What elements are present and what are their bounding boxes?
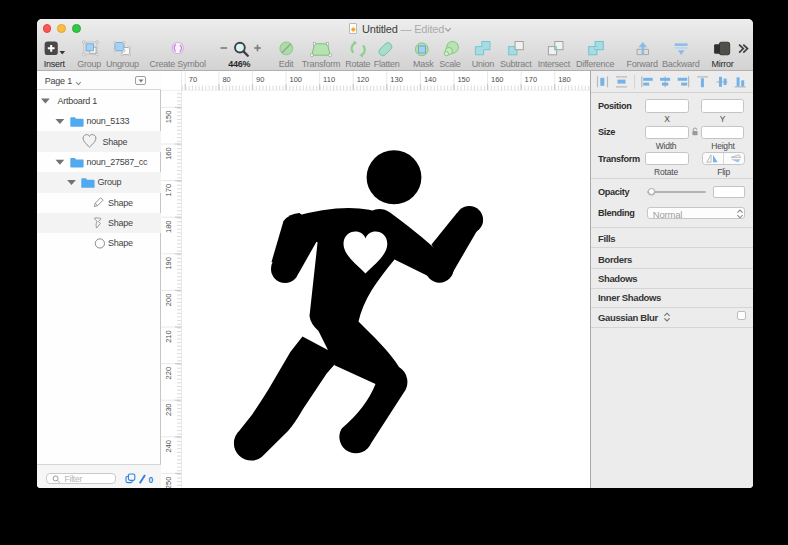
svg-text:160: 160	[491, 74, 504, 83]
svg-text:250: 250	[163, 477, 172, 489]
svg-text:200: 200	[163, 294, 172, 307]
svg-text:0: 0	[148, 474, 153, 484]
svg-text:130: 130	[390, 74, 403, 83]
svg-text:180: 180	[558, 74, 571, 83]
svg-text:140: 140	[423, 74, 436, 83]
svg-text:220: 220	[163, 367, 172, 380]
svg-text:170: 170	[524, 74, 537, 83]
svg-text:150: 150	[163, 111, 172, 124]
svg-text:180: 180	[163, 220, 172, 233]
svg-text:110: 110	[323, 74, 335, 83]
svg-text:170: 170	[163, 184, 172, 197]
svg-text:190: 190	[163, 257, 172, 270]
svg-text:240: 240	[163, 440, 172, 453]
svg-text:90: 90	[256, 74, 264, 83]
svg-text:160: 160	[163, 147, 172, 160]
svg-text:210: 210	[163, 330, 172, 343]
svg-text:70: 70	[188, 74, 196, 83]
svg-text:100: 100	[289, 74, 302, 83]
svg-text:120: 120	[356, 74, 369, 83]
svg-text:150: 150	[457, 74, 470, 83]
svg-text:230: 230	[163, 403, 172, 416]
svg-text:80: 80	[222, 74, 230, 83]
